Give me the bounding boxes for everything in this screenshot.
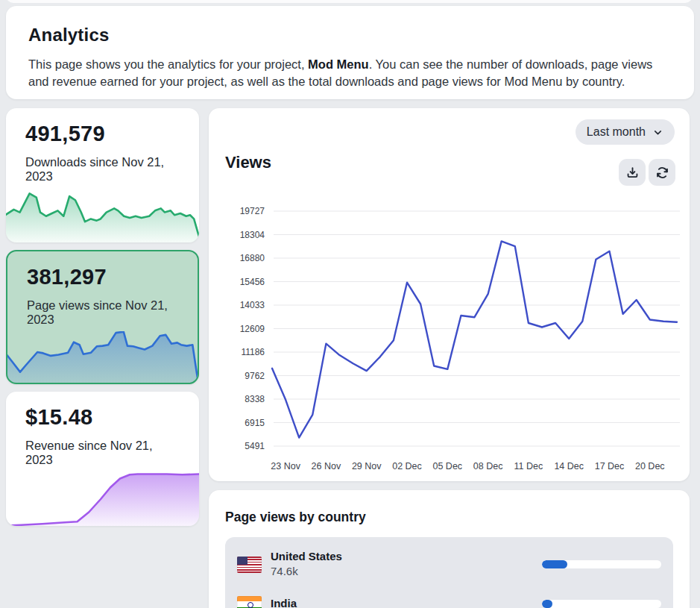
export-chart-button[interactable] [619,159,646,186]
page-views-sparkline-chart [7,331,198,383]
y-axis-tick-label: 9762 [224,371,265,381]
country-bar-fill [542,600,552,608]
y-axis-tick-label: 8338 [224,394,265,404]
chevron-down-icon [652,127,663,138]
country-row: India [237,584,661,608]
views-chart-xlabels: 23 Nov26 Nov29 Nov02 Dec05 Dec08 Dec11 D… [271,459,680,475]
x-axis-tick-label: 05 Dec [432,461,462,471]
country-progress-track [542,600,661,608]
views-line-chart: 1972718304168801545614033126091118697628… [224,198,680,477]
country-text-block: India [271,597,297,608]
x-axis-tick-label: 29 Nov [352,461,382,471]
y-axis-tick-label: 11186 [224,347,265,357]
revenue-amount: $15.48 [25,405,93,430]
country-name: United States [271,550,342,564]
scrolled-card-edge [6,0,693,3]
page-title: Analytics [28,25,672,46]
downloads-sparkline-chart [6,188,199,242]
page-description: This page shows you the analytics for yo… [28,56,672,91]
x-axis-tick-label: 20 Dec [635,461,665,471]
views-panel: Last month Views 19727183041688015456140… [209,108,690,481]
india-flag [237,596,262,608]
page-views-by-country-panel: Page views by country United States 74.6… [209,490,690,608]
x-axis-tick-label: 14 Dec [554,461,584,471]
x-axis-tick-label: 11 Dec [514,461,543,471]
stat-card-page-views[interactable]: 381,297 Page views since Nov 21, 2023 [6,250,199,384]
views-plot[interactable] [271,198,680,455]
x-axis-tick-label: 17 Dec [595,461,625,471]
country-name: India [271,597,297,608]
views-chart-ylabels: 1972718304168801545614033126091118697628… [224,198,265,455]
downloads-label: Downloads since Nov 21, 2023 [25,155,182,184]
stat-card-revenue[interactable]: $15.48 Revenue since Nov 21, 2023 [6,392,199,526]
page-views-label: Page views since Nov 21, 2023 [27,298,183,327]
united-states-flag [237,557,262,573]
country-text-block: United States 74.6k [271,550,342,579]
x-axis-tick-label: 02 Dec [392,461,422,471]
y-axis-tick-label: 16880 [224,253,265,263]
description-text-before: This page shows you the analytics for yo… [28,57,308,71]
analytics-page: Analytics This page shows you the analyt… [0,0,700,608]
x-axis-tick-label: 08 Dec [473,461,503,471]
refresh-icon [655,166,669,180]
y-axis-tick-label: 18304 [224,230,265,240]
y-axis-tick-label: 15456 [224,277,265,287]
download-icon [625,166,640,180]
x-axis-tick-label: 26 Nov [312,461,341,471]
y-axis-tick-label: 19727 [224,206,265,216]
views-chart-svg [271,198,680,455]
revenue-sparkline-chart [6,471,199,526]
project-name: Mod Menu [308,57,369,71]
page-views-count: 381,297 [27,265,107,289]
time-range-label: Last month [587,125,646,139]
x-axis-tick-label: 23 Nov [271,461,300,471]
stat-card-downloads[interactable]: 491,579 Downloads since Nov 21, 2023 [6,108,199,242]
country-panel-title: Page views by country [225,510,673,525]
y-axis-tick-label: 14033 [224,300,265,310]
views-chart-title: Views [225,153,271,172]
country-page-views: 74.6k [271,564,342,579]
country-list: United States 74.6k India [225,537,673,608]
downloads-count: 491,579 [25,122,105,146]
time-range-selector[interactable]: Last month [576,119,675,145]
y-axis-tick-label: 6915 [224,418,265,428]
country-row: United States 74.6k [237,545,661,584]
revenue-label: Revenue since Nov 21, 2023 [25,439,182,468]
refresh-chart-button[interactable] [649,159,675,186]
country-progress-track [542,560,661,568]
country-bar-fill [542,560,567,568]
analytics-header-card: Analytics This page shows you the analyt… [6,6,694,99]
y-axis-tick-label: 5491 [224,441,265,451]
y-axis-tick-label: 12609 [224,324,265,334]
